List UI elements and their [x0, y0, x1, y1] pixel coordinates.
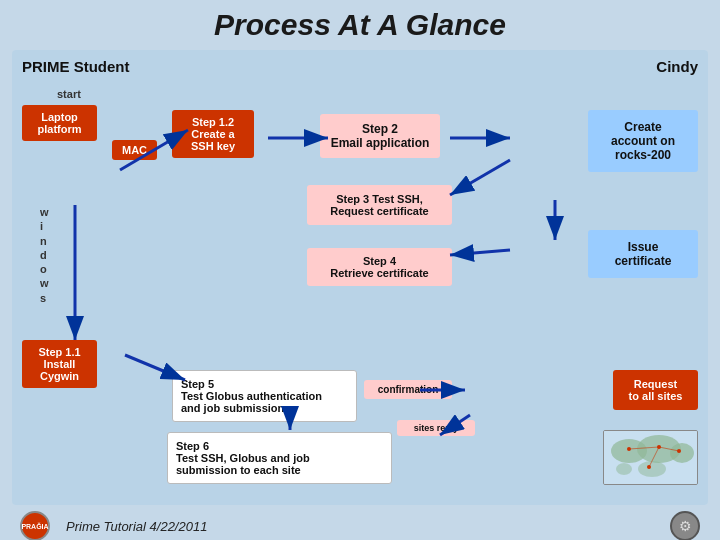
mac-box: MAC [112, 140, 157, 160]
confirmation-badge: confirmation [364, 380, 452, 399]
step2-box: Step 2 Email application [320, 114, 440, 158]
step12-box: Step 1.2 Create a SSH key [172, 110, 254, 158]
gear-logo: ⚙ [670, 511, 700, 540]
praga-logo: PRAĞIA [20, 511, 50, 540]
main-container: Process At A Glance PRIME Student Cindy [0, 0, 720, 540]
step6-box: Step 6 Test SSH, Globus and job submissi… [167, 432, 392, 484]
windows-label: windows [40, 205, 49, 305]
footer-text: Prime Tutorial 4/22/2011 [66, 519, 662, 534]
footer: PRAĞIA Prime Tutorial 4/22/2011 ⚙ [12, 507, 708, 540]
step11-box: Step 1.1 Install Cygwin [22, 340, 97, 388]
svg-line-8 [450, 250, 510, 255]
svg-point-20 [616, 463, 632, 475]
cindy-create-account-box: Create account on rocks-200 [588, 110, 698, 172]
request-box: Request to all sites [613, 370, 698, 410]
svg-line-7 [450, 160, 510, 195]
sites-reply-badge: sites reply [397, 420, 475, 436]
laptop-box: Laptop platform [22, 105, 97, 141]
step5-box: Step 5 Test Globus authentication and jo… [172, 370, 357, 422]
svg-point-18 [670, 443, 694, 463]
cindy-issue-cert-box: Issue certificate [588, 230, 698, 278]
page-title: Process At A Glance [12, 8, 708, 42]
step3-box: Step 3 Test SSH, Request certificate [307, 185, 452, 225]
cindy-label: Cindy [656, 58, 698, 75]
prime-label: PRIME Student [22, 58, 130, 75]
start-label: start [57, 88, 81, 100]
step4-box: Step 4 Retrieve certificate [307, 248, 452, 286]
map-thumbnail [603, 430, 698, 485]
svg-point-19 [638, 461, 666, 477]
